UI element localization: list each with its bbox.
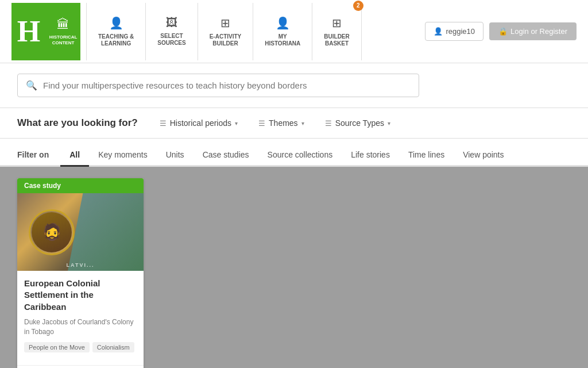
card-european-colonial: Case study 🧔 LATVI... European Colonial … [17, 178, 144, 368]
search-container: 🔍 [17, 74, 419, 97]
tab-bar: Filter on All Key moments Units Case stu… [0, 139, 588, 167]
tab-case-studies[interactable]: Case studies [194, 144, 258, 167]
stamp-portrait: 🧔 [32, 212, 72, 252]
card-body: European Colonial Settlement in the Cari… [17, 271, 144, 365]
card-image: 🧔 LATVI... [17, 193, 144, 271]
nav-label-my-historiana: MY HISTORIANA [265, 33, 300, 47]
nav-label-select: SELECT SOURCES [157, 33, 185, 47]
header-right: 👤 reggie10 🔒 Login or Register [425, 22, 577, 41]
tab-source-collections[interactable]: Source collections [258, 144, 342, 167]
search-input[interactable] [43, 80, 388, 90]
tab-view-points[interactable]: View points [454, 144, 513, 167]
logo-label: HISTORICAL CONTENT [49, 34, 78, 45]
building-icon: 🏛 [57, 17, 69, 32]
logo-h-letter: H [11, 3, 46, 60]
search-icon: 🔍 [26, 80, 37, 91]
builder-basket-icon: ⊞ [332, 16, 342, 30]
stamp-background [68, 193, 144, 271]
tab-all[interactable]: All [60, 144, 89, 167]
logo[interactable]: H 🏛 HISTORICAL CONTENT [11, 3, 80, 60]
user-button[interactable]: 👤 reggie10 [425, 22, 483, 41]
tag-people-on-the-move[interactable]: People on the Move [24, 342, 90, 352]
card-tags: People on the Move Colonialism [24, 342, 137, 352]
nav-item-eactivity-builder[interactable]: ⊞ E-ACTIVITY BUILDER [198, 3, 254, 60]
tab-units[interactable]: Units [157, 144, 194, 167]
search-bar: 🔍 [0, 63, 588, 108]
teaching-learning-icon: 👤 [109, 16, 123, 30]
filter-bar-label: What are you looking for? [17, 117, 138, 129]
logo-historical-content: 🏛 HISTORICAL CONTENT [46, 3, 80, 60]
content-area: Case study 🧔 LATVI... European Colonial … [0, 167, 588, 368]
user-icon: 👤 [434, 27, 443, 36]
tab-life-stories[interactable]: Life stories [342, 144, 399, 167]
header-left: H 🏛 HISTORICAL CONTENT 👤 TEACHING & LEAR… [11, 3, 362, 60]
chevron-down-icon-historical: ▾ [235, 120, 238, 126]
card-subtitle: Duke Jacobus of Courland's Colony in Tob… [24, 317, 137, 337]
chevron-down-icon-themes: ▾ [301, 120, 304, 126]
source-types-dropdown[interactable]: ☰ Source Types ▾ [320, 116, 395, 130]
historical-periods-label: Historical periods [170, 118, 231, 128]
tag-colonialism[interactable]: Colonialism [92, 342, 134, 352]
list-icon-source-types: ☰ [325, 119, 332, 128]
my-historiana-icon: 👤 [276, 16, 290, 30]
basket-badge: 2 [353, 1, 363, 11]
nav-item-builder-basket[interactable]: ⊞ BUILDER BASKET 2 [312, 3, 361, 60]
filter-bar: What are you looking for? ☰ Historical p… [0, 108, 588, 139]
nav-label-teaching: TEACHING & LEARNING [98, 33, 134, 47]
select-sources-icon: 🖼 [166, 16, 177, 29]
login-label: Login or Register [510, 27, 567, 36]
username: reggie10 [446, 27, 475, 36]
nav-label-eactivity: E-ACTIVITY BUILDER [210, 33, 242, 47]
card-title: European Colonial Settlement in the Cari… [24, 278, 137, 313]
nav-items: 👤 TEACHING & LEARNING 🖼 SELECT SOURCES ⊞… [86, 3, 362, 60]
nav-item-select-sources[interactable]: 🖼 SELECT SOURCES [146, 3, 198, 60]
login-register-button[interactable]: 🔒 Login or Register [489, 22, 577, 40]
list-icon-themes: ☰ [258, 119, 265, 128]
header: H 🏛 HISTORICAL CONTENT 👤 TEACHING & LEAR… [0, 0, 588, 63]
nav-item-teaching-learning[interactable]: 👤 TEACHING & LEARNING [87, 3, 146, 60]
lock-icon: 🔒 [498, 27, 508, 36]
source-types-label: Source Types [335, 118, 384, 128]
nav-label-basket: BUILDER BASKET [324, 33, 349, 47]
card-badge: Case study [17, 178, 144, 193]
historical-periods-dropdown[interactable]: ☰ Historical periods ▾ [155, 116, 242, 130]
filter-on-label: Filter on [17, 150, 49, 159]
list-icon-historical: ☰ [160, 119, 167, 128]
themes-dropdown[interactable]: ☰ Themes ▾ [254, 116, 309, 130]
chevron-down-icon-source-types: ▾ [388, 120, 390, 126]
nav-item-my-historiana[interactable]: 👤 MY HISTORIANA [253, 3, 312, 60]
tab-key-moments[interactable]: Key moments [89, 144, 157, 167]
eactivity-icon: ⊞ [220, 16, 230, 30]
tab-time-lines[interactable]: Time lines [399, 144, 454, 167]
stamp-label: LATVI... [17, 262, 144, 268]
stamp-circle: 🧔 [29, 209, 75, 255]
themes-label: Themes [269, 118, 298, 128]
card-actions: ▾ ↗ + [17, 365, 144, 368]
